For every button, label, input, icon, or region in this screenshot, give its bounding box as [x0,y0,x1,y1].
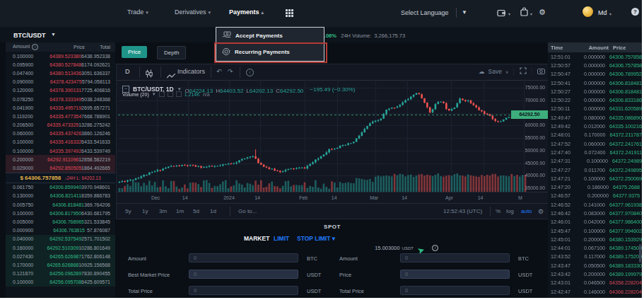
ask-row[interactable]: 0.04190064335.4957192695.657271 [6,103,115,112]
bid-row[interactable]: 0.02743064265.6269871762.806148 [6,252,115,260]
amount-cell: 0.078250 [6,97,44,102]
user-menu[interactable]: Md [598,9,607,16]
screenshot-camera-icon[interactable] [537,68,545,76]
tab-price[interactable]: Price [122,46,147,58]
axis-settings-gear-icon[interactable]: ⚙ [538,208,544,215]
amount-cell: 0.160000 [6,246,42,250]
select-language[interactable]: Select Language [401,9,449,16]
save-button[interactable]: Save [488,68,502,75]
buy-info-icon[interactable]: i [432,245,438,251]
ohlc-c: C64292.50 [276,88,303,94]
pair-caret-icon[interactable]: ▼ [51,32,56,37]
nav-item-derivatives[interactable]: Derivatives▾ [175,8,211,16]
bid-row[interactable]: 0.10000064306.8179506430.681795 [6,209,115,217]
volume-settings-icon[interactable] [168,91,173,97]
bid-row[interactable]: 0.10000064256.0957086425.609571 [6,278,115,287]
volume-label[interactable]: Volume (20) [122,92,149,97]
trade-price: 64306.818481 [605,88,642,95]
tab-stop-limit[interactable]: STOP LIMIT ▾ [297,235,335,242]
candle-style-icon[interactable] [145,68,153,81]
interval-button[interactable]: D [125,68,130,75]
total-cell: 8359.886783 [81,193,115,198]
trade-amount: 0.046500 [578,279,605,286]
spot-section: SPOT MARKETLIMITSTOP LIMIT ▾ 15.003000US… [116,221,549,298]
ask-row[interactable]: 0.12000064378.3901317725.406816 [6,86,115,95]
col-amount: Amount [13,44,30,49]
range-1d[interactable]: 1d [210,208,216,214]
ask-row[interactable]: 0.09000064378.4234755794.058113 [6,78,115,86]
indicators-button[interactable]: Indicators [177,68,205,75]
menu-item-accept-payments[interactable]: Accept Payments [216,28,324,44]
ask-row[interactable]: 0.10000064335.4163326433.541633 [6,138,115,146]
save-caret-icon[interactable]: ∨ [505,69,508,74]
total-price-input[interactable] [400,286,510,295]
ask-row[interactable]: 0.07825064378.3333495038.248368 [6,95,115,103]
log-scale-button[interactable]: log [506,208,514,214]
info-icon[interactable]: i [32,44,38,50]
trade-time: 12:47:20 [548,184,579,190]
tab-market[interactable]: MARKET [244,235,269,242]
amount-input[interactable] [189,253,298,262]
volume-caret-icon[interactable]: ▼ [152,92,156,96]
ask-row[interactable]: 0.06000064335.4374263860.126246 [6,129,115,138]
trade-time: 12:50:57 [548,62,578,69]
ask-row[interactable]: 0.09590064380.5278486174.092621 [6,60,115,69]
volume-close-icon[interactable] [176,91,182,97]
volume-eye-icon[interactable] [159,91,165,97]
nav-item-trade[interactable]: Trade▾ [127,8,148,16]
bid-row[interactable]: 0.12187064256.0962897830.890455 [6,270,115,278]
bid-row[interactable]: 0.17000064265.62686810925.156568 [6,260,115,269]
total-price-input[interactable] [189,286,298,295]
bid-row[interactable]: 0.13000064306.8214118359.886783 [6,192,115,200]
language-caret-icon[interactable]: ▼ [462,9,467,16]
bid-row[interactable]: 0.16000064292.51030910286.801649 [6,243,115,252]
ask-row[interactable]: 0.04740064380.5134363051.636337 [6,69,115,77]
ask-row[interactable]: 0.20650064335.47332513286.275242 [6,121,115,129]
gear-icon[interactable]: ⚙ [539,8,546,17]
bid-row[interactable]: 0.04000064292.5375492571.701502 [6,235,115,243]
pair-selector[interactable]: BTC/USDT [13,32,46,39]
goto-button[interactable]: Go to... [238,208,257,214]
price-input[interactable] [400,270,510,279]
range-1y[interactable]: 1y [142,208,148,214]
ask-row[interactable]: 0.20000064292.91109612858.582219 [6,155,115,163]
fullscreen-icon[interactable] [520,67,527,76]
tab-limit[interactable]: LIMIT [274,235,289,242]
trade-amount: 0.117000 [578,253,605,260]
chart-footer: 5y1y3m1m5d1d Go to... 12:52:43 (UTC) % l… [117,203,548,219]
clock[interactable]: 12:52:43 (UTC) [443,208,482,214]
user-coin-avatar[interactable] [582,6,593,17]
range-3m[interactable]: 3m [159,208,167,214]
ask-row[interactable]: 0.02900064292.8505051864.492665 [6,163,115,172]
range-1m[interactable]: 1m [176,208,184,214]
trades-scrollbar[interactable] [639,244,641,262]
range-5d[interactable]: 5d [193,208,199,214]
range-5y[interactable]: 5y [125,208,131,214]
ask-row[interactable]: 0.11920064335.4773547668.788901 [6,112,115,120]
menu-item-recurring-payments[interactable]: Recurring Payments [216,44,324,60]
time-tick: 2024 [223,195,235,200]
apps-grid-icon[interactable] [286,9,295,18]
cloud-icon[interactable]: ☁ [479,68,485,75]
chart-toolbar: D Indicators ↶ ↷ i ☁ Save ∨ │ │ [117,64,548,81]
redo-icon[interactable]: ↷ [228,68,233,75]
ask-row[interactable]: 0.10000064389.5233806438.952338 [6,52,115,60]
percent-scale-button[interactable]: % [496,208,500,214]
bid-row[interactable]: 0.00500064306.768965321.533845 [6,217,115,226]
orders-bag-icon[interactable] [520,7,529,20]
amount-input[interactable] [400,253,510,262]
bid-row[interactable]: 0.06175064306.8599403970.948601 [6,183,115,192]
help-icon[interactable]: ? [631,8,639,16]
auto-scale-button[interactable]: auto [521,208,532,214]
chart-info-icon[interactable]: i [246,69,254,76]
tab-depth[interactable]: Depth [157,46,186,59]
wallet-icon[interactable] [497,8,507,21]
time-axis[interactable]: Dec14202414Feb14Mar14Apr14M [117,192,548,204]
best-market-price-input[interactable] [189,270,298,279]
undo-icon[interactable]: ↶ [216,68,222,75]
bid-row[interactable]: 0.00090064306.76381557.876087 [6,226,115,235]
ask-row[interactable]: 0.10000064335.3974926433.539749 [6,146,115,155]
trade-time: 12:49:47 [548,115,578,121]
nav-item-payments[interactable]: Payments▴ [229,8,264,16]
bid-row[interactable]: 0.00575064306.818481369.764206 [6,200,115,209]
